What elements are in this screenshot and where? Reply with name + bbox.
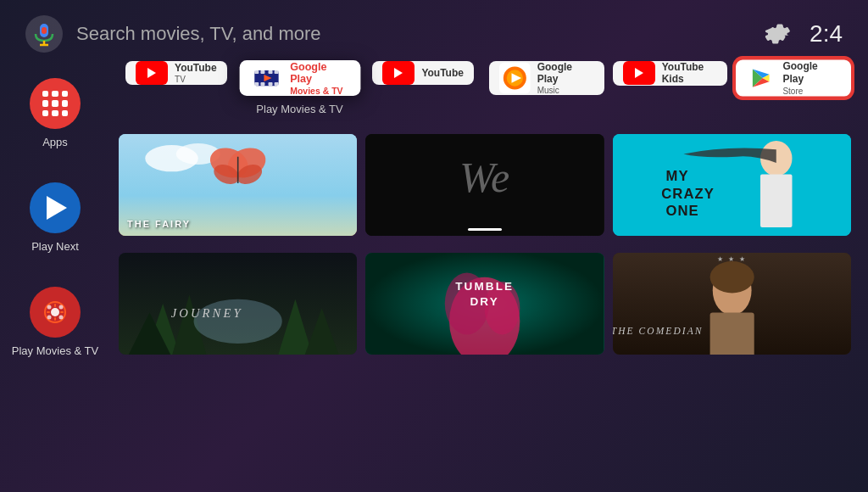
sidebar-item-play-movies[interactable]: Play Movies & TV	[12, 287, 98, 357]
google-play-store-icon	[746, 61, 776, 94]
svg-rect-13	[54, 304, 56, 307]
clock: 2:4	[810, 20, 843, 48]
featured-app-label: Play Movies & TV	[256, 103, 342, 115]
svg-rect-21	[254, 82, 259, 86]
svg-text:THE COMEDIAN: THE COMEDIAN	[613, 326, 703, 336]
svg-text:CRAZY: CRAZY	[661, 185, 715, 201]
youtube-icon	[382, 61, 415, 85]
media-card-tumble-dry[interactable]: TUMBLE DRY	[365, 253, 604, 355]
svg-point-7	[47, 305, 51, 310]
apps-grid-icon	[42, 91, 68, 116]
tumble-dry-bg: TUMBLE DRY	[365, 253, 604, 355]
svg-rect-18	[260, 70, 264, 74]
gpm-music-sub: Music	[537, 86, 594, 95]
google-mic-icon[interactable]	[25, 15, 63, 53]
svg-point-68	[709, 261, 754, 294]
media-card-journey[interactable]: JOURNEY	[119, 253, 357, 355]
sidebar-play-movies-label: Play Movies & TV	[12, 344, 98, 357]
sidebar-apps-label: Apps	[42, 136, 68, 148]
gear-icon[interactable]	[762, 19, 793, 49]
svg-rect-47	[760, 174, 793, 227]
play-triangle	[635, 68, 643, 78]
play-movies-icon-bg	[30, 287, 81, 338]
app-tile-google-play-store[interactable]: Google Play Store	[736, 59, 851, 96]
sidebar: Apps Play Next	[0, 61, 110, 489]
youtube-tv-icon	[136, 61, 168, 85]
app-tile-google-play-music[interactable]: Google Play Music	[489, 61, 604, 95]
sidebar-item-apps[interactable]: Apps	[30, 78, 81, 148]
sidebar-item-play-next[interactable]: Play Next	[30, 182, 81, 253]
the-comedian-bg: ★ ★ ★ THE COMEDIAN	[613, 253, 851, 355]
gpm-name1: Google Play	[290, 60, 349, 86]
svg-point-10	[58, 316, 63, 320]
svg-rect-19	[268, 70, 272, 74]
svg-text:We: We	[459, 154, 509, 201]
svg-text:★ ★ ★: ★ ★ ★	[717, 255, 748, 263]
svg-text:ONE: ONE	[665, 203, 698, 219]
my-crazy-one-bg: MY CRAZY ONE	[613, 134, 851, 236]
youtube-name: YouTube	[421, 67, 464, 79]
svg-rect-23	[268, 82, 272, 86]
gps-name1: Google Play	[783, 59, 841, 86]
film-reel-icon	[42, 299, 68, 325]
apps-section: YouTube TV	[119, 61, 851, 95]
app-tile-youtube-tv[interactable]: YouTube TV	[125, 61, 227, 85]
search-input[interactable]: Search movies, TV, and more	[76, 23, 748, 45]
play-next-icon	[47, 196, 67, 220]
gps-sub: Store	[783, 86, 841, 96]
gpm-music-name1: Google Play	[537, 61, 594, 86]
media-card-we[interactable]: We We	[365, 134, 604, 236]
content-area: YouTube TV	[110, 61, 868, 489]
svg-rect-24	[274, 82, 278, 86]
app-tile-google-play-movies[interactable]: Google Play Movies & TV	[239, 60, 359, 96]
svg-rect-2	[42, 27, 47, 34]
svg-rect-22	[260, 82, 264, 86]
youtube-kids-name: YouTube Kids	[662, 61, 718, 86]
header-right: 2:4	[762, 19, 843, 49]
svg-text:TUMBLE: TUMBLE	[456, 280, 515, 293]
google-play-movies-icon	[250, 61, 283, 95]
app-tile-youtube[interactable]: YouTube	[372, 61, 474, 85]
svg-point-6	[51, 308, 59, 316]
gpm-sub: Movies & TV	[290, 86, 349, 96]
media-row-1: The Fairy We We	[119, 134, 851, 236]
svg-text:MY: MY	[665, 168, 688, 184]
the-fairy-title: The Fairy	[127, 219, 191, 229]
google-play-music-icon	[499, 62, 531, 94]
svg-rect-11	[47, 311, 50, 313]
svg-rect-12	[60, 311, 64, 313]
journey-bg: JOURNEY	[119, 253, 357, 355]
svg-rect-67	[709, 312, 754, 355]
play-triangle	[394, 68, 403, 78]
media-card-my-crazy-one[interactable]: MY CRAZY ONE	[613, 134, 851, 236]
svg-point-9	[47, 316, 51, 320]
sidebar-play-next-label: Play Next	[31, 240, 79, 253]
we-bg: We	[365, 134, 604, 236]
play-triangle	[147, 68, 156, 78]
youtube-tv-name: YouTube	[175, 62, 217, 74]
progress-indicator	[468, 228, 502, 231]
apps-icon-bg	[30, 78, 81, 129]
media-row-2: JOURNEY TUMBLE	[119, 253, 851, 355]
svg-rect-14	[54, 317, 56, 321]
svg-rect-20	[274, 70, 278, 74]
svg-rect-17	[254, 70, 259, 74]
youtube-kids-icon	[623, 61, 655, 85]
youtube-tv-sub: TV	[175, 75, 217, 84]
media-card-the-fairy[interactable]: The Fairy	[119, 134, 357, 236]
main-layout: Apps Play Next	[0, 61, 868, 489]
media-card-the-comedian[interactable]: ★ ★ ★ THE COMEDIAN	[613, 253, 851, 355]
svg-text:DRY: DRY	[470, 295, 499, 308]
app-tile-youtube-kids[interactable]: YouTube Kids	[613, 61, 728, 86]
play-next-icon-bg	[30, 182, 81, 233]
svg-text:JOURNEY: JOURNEY	[171, 305, 243, 319]
header: Search movies, TV, and more 2:4	[0, 0, 868, 61]
svg-point-8	[58, 305, 63, 310]
apps-row: YouTube TV	[119, 61, 851, 95]
